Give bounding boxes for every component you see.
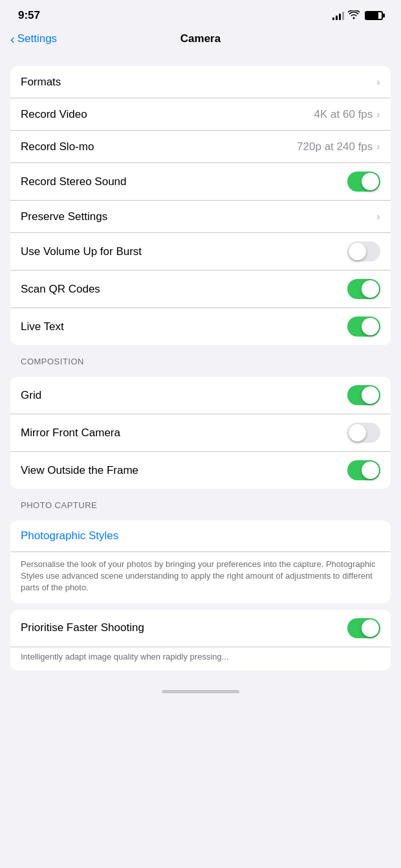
use-volume-up-toggle[interactable] <box>347 241 380 262</box>
view-outside-frame-toggle[interactable] <box>347 460 380 480</box>
record-stereo-sound-label: Record Stereo Sound <box>21 175 127 188</box>
record-video-chevron-icon: › <box>376 108 380 121</box>
use-volume-up-label: Use Volume Up for Burst <box>21 245 142 258</box>
composition-group: Grid Mirror Front Camera View Outside th… <box>10 377 391 489</box>
bottom-indicator <box>0 684 401 697</box>
live-text-label: Live Text <box>21 320 64 333</box>
scan-qr-codes-row: Scan QR Codes <box>10 271 391 308</box>
composition-section-label: COMPOSITION <box>10 345 391 370</box>
status-time: 9:57 <box>18 9 40 22</box>
status-bar: 9:57 <box>0 0 401 27</box>
record-video-label: Record Video <box>21 108 87 121</box>
grid-toggle[interactable] <box>347 385 380 405</box>
photo-capture-section-label: PHOTO CAPTURE <box>10 489 391 514</box>
photographic-styles-link[interactable]: Photographic Styles <box>10 520 391 552</box>
back-chevron-icon: ‹ <box>10 32 15 47</box>
preserve-settings-chevron-icon: › <box>376 210 380 223</box>
record-slomo-row[interactable]: Record Slo-mo 720p at 240 fps › <box>10 131 391 163</box>
photo-capture-description: Personalise the look of your photos by b… <box>10 552 391 603</box>
mirror-front-camera-label: Mirror Front Camera <box>21 427 120 440</box>
prioritise-card: Prioritise Faster Shooting Intelligently… <box>10 610 391 671</box>
prioritise-faster-shooting-label: Prioritise Faster Shooting <box>21 621 144 634</box>
record-stereo-sound-toggle[interactable] <box>347 172 380 192</box>
home-bar <box>162 690 239 693</box>
view-outside-frame-label: View Outside the Frame <box>21 464 138 477</box>
formats-label: Formats <box>21 76 61 89</box>
main-settings-group: Formats › Record Video 4K at 60 fps › Re… <box>10 66 391 345</box>
scan-qr-codes-toggle[interactable] <box>347 279 380 299</box>
signal-bars-icon <box>332 11 344 20</box>
scan-qr-codes-label: Scan QR Codes <box>21 283 100 296</box>
back-label: Settings <box>17 32 57 45</box>
view-outside-frame-row: View Outside the Frame <box>10 452 391 489</box>
record-video-value: 4K at 60 fps <box>314 108 373 121</box>
wifi-icon <box>348 10 360 21</box>
preserve-settings-row[interactable]: Preserve Settings › <box>10 201 391 233</box>
preserve-settings-label: Preserve Settings <box>21 210 107 223</box>
record-slomo-chevron-icon: › <box>376 140 380 153</box>
record-slomo-value: 720p at 240 fps <box>297 140 373 153</box>
record-video-row[interactable]: Record Video 4K at 60 fps › <box>10 98 391 131</box>
use-volume-up-row: Use Volume Up for Burst <box>10 233 391 271</box>
back-button[interactable]: ‹ Settings <box>10 32 57 47</box>
photo-capture-card: Photographic Styles Personalise the look… <box>10 520 391 603</box>
mirror-front-camera-toggle[interactable] <box>347 423 380 443</box>
prioritise-description: Intelligently adapt image quality when r… <box>10 647 391 671</box>
mirror-front-camera-row: Mirror Front Camera <box>10 414 391 452</box>
record-stereo-sound-row: Record Stereo Sound <box>10 163 391 201</box>
live-text-row: Live Text <box>10 308 391 345</box>
status-icons <box>332 10 383 21</box>
prioritise-faster-shooting-row: Prioritise Faster Shooting <box>10 610 391 647</box>
formats-chevron-icon: › <box>376 76 380 89</box>
formats-row[interactable]: Formats › <box>10 66 391 98</box>
grid-row: Grid <box>10 377 391 414</box>
page-title: Camera <box>180 32 221 45</box>
battery-icon <box>365 11 383 20</box>
prioritise-faster-shooting-toggle[interactable] <box>347 618 380 638</box>
grid-label: Grid <box>21 389 41 402</box>
nav-bar: ‹ Settings Camera <box>0 27 401 53</box>
record-slomo-label: Record Slo-mo <box>21 140 94 153</box>
live-text-toggle[interactable] <box>347 317 380 337</box>
